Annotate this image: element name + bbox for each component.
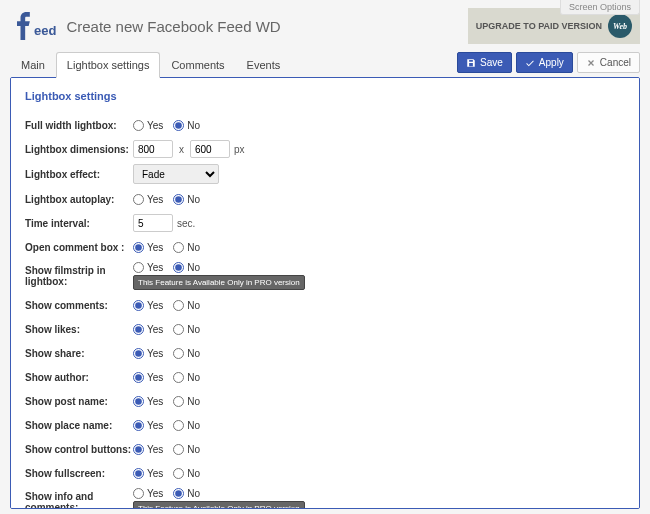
full-width-yes-option[interactable]: Yes (133, 120, 163, 131)
filmstrip-yes-radio[interactable] (133, 262, 144, 273)
autoplay-yes-radio[interactable] (133, 194, 144, 205)
yes-label: Yes (147, 300, 163, 311)
show-comments-no-radio[interactable] (173, 300, 184, 311)
show-control-no-radio[interactable] (173, 444, 184, 455)
control-fullWidth: Yes No (133, 120, 200, 131)
show-post-name-yes-option[interactable]: Yes (133, 396, 163, 407)
show-author-no-radio[interactable] (173, 372, 184, 383)
cancel-button[interactable]: Cancel (577, 52, 640, 73)
open-comment-radio-group: Yes No (133, 242, 200, 253)
height-input[interactable] (190, 140, 230, 158)
show-share-yes-radio[interactable] (133, 348, 144, 359)
no-label: No (187, 396, 200, 407)
show-share-no-radio[interactable] (173, 348, 184, 359)
autoplay-radio-group: Yes No (133, 194, 200, 205)
yes-label: Yes (147, 444, 163, 455)
show-comments-no-option[interactable]: No (173, 300, 200, 311)
show-info-comments-no-option[interactable]: No (173, 488, 200, 499)
width-input[interactable] (133, 140, 173, 158)
label-showFullscreen: Show fullscreen: (25, 468, 133, 479)
autoplay-yes-option[interactable]: Yes (133, 194, 163, 205)
control-showAuthor: Yes No (133, 372, 200, 383)
row-dimensions: Lightbox dimensions: xpx (25, 140, 625, 158)
apply-button[interactable]: Apply (516, 52, 573, 73)
control-showFullscreen: Yes No (133, 468, 200, 479)
show-post-name-no-radio[interactable] (173, 396, 184, 407)
show-share-yes-option[interactable]: Yes (133, 348, 163, 359)
save-icon (466, 58, 476, 68)
show-author-yes-radio[interactable] (133, 372, 144, 383)
filmstrip-no-radio[interactable] (173, 262, 184, 273)
show-comments-yes-radio[interactable] (133, 300, 144, 311)
full-width-yes-radio[interactable] (133, 120, 144, 131)
show-fullscreen-yes-radio[interactable] (133, 468, 144, 479)
sec-unit: sec. (177, 218, 195, 229)
show-info-comments-no-radio[interactable] (173, 488, 184, 499)
no-label: No (187, 324, 200, 335)
show-likes-no-option[interactable]: No (173, 324, 200, 335)
show-fullscreen-no-option[interactable]: No (173, 468, 200, 479)
show-info-comments-yes-radio[interactable] (133, 488, 144, 499)
autoplay-no-option[interactable]: No (173, 194, 200, 205)
show-fullscreen-no-radio[interactable] (173, 468, 184, 479)
show-likes-yes-radio[interactable] (133, 324, 144, 335)
show-control-no-option[interactable]: No (173, 444, 200, 455)
show-share-no-option[interactable]: No (173, 348, 200, 359)
show-place-name-yes-option[interactable]: Yes (133, 420, 163, 431)
show-fullscreen-yes-option[interactable]: Yes (133, 468, 163, 479)
show-likes-no-radio[interactable] (173, 324, 184, 335)
row-showComments: Show comments: Yes No (25, 296, 625, 314)
show-control-yes-option[interactable]: Yes (133, 444, 163, 455)
check-icon (525, 58, 535, 68)
label-fullWidth: Full width lightbox: (25, 120, 133, 131)
row-fullWidth: Full width lightbox: Yes No (25, 116, 625, 134)
show-place-name-no-radio[interactable] (173, 420, 184, 431)
control-showControl: Yes No (133, 444, 200, 455)
label-showAuthor: Show author: (25, 372, 133, 383)
full-width-no-radio[interactable] (173, 120, 184, 131)
row-showInfoComments: Show info and comments: Yes No This Feat… (25, 488, 625, 509)
open-comment-yes-option[interactable]: Yes (133, 242, 163, 253)
tab-events[interactable]: Events (236, 52, 292, 78)
open-comment-yes-radio[interactable] (133, 242, 144, 253)
yes-label: Yes (147, 348, 163, 359)
tab-comments[interactable]: Comments (160, 52, 235, 78)
label-showLikes: Show likes: (25, 324, 133, 335)
px-unit: px (234, 144, 245, 155)
show-author-no-option[interactable]: No (173, 372, 200, 383)
upgrade-label: UPGRADE TO PAID VERSION (476, 21, 602, 31)
show-post-name-yes-radio[interactable] (133, 396, 144, 407)
yes-label: Yes (147, 324, 163, 335)
show-control-yes-radio[interactable] (133, 444, 144, 455)
row-showShare: Show share: Yes No (25, 344, 625, 362)
no-label: No (187, 194, 200, 205)
show-place-name-no-option[interactable]: No (173, 420, 200, 431)
save-button[interactable]: Save (457, 52, 512, 73)
show-author-radio-group: Yes No (133, 372, 200, 383)
show-info-comments-yes-option[interactable]: Yes (133, 488, 163, 499)
effect-select[interactable]: Fade (133, 164, 219, 184)
logo-text: eed (34, 23, 56, 38)
screen-options-tab[interactable]: Screen Options (560, 0, 640, 15)
open-comment-no-radio[interactable] (173, 242, 184, 253)
show-author-yes-option[interactable]: Yes (133, 372, 163, 383)
control-openComment: Yes No (133, 242, 200, 253)
show-likes-yes-option[interactable]: Yes (133, 324, 163, 335)
open-comment-no-option[interactable]: No (173, 242, 200, 253)
filmstrip-no-option[interactable]: No (173, 262, 200, 273)
show-comments-yes-option[interactable]: Yes (133, 300, 163, 311)
web-badge-icon: Web (608, 14, 632, 38)
show-post-name-radio-group: Yes No (133, 396, 200, 407)
full-width-no-option[interactable]: No (173, 120, 200, 131)
control-dimensions: xpx (133, 140, 245, 158)
interval-input[interactable] (133, 214, 173, 232)
tab-lightbox-settings[interactable]: Lightbox settings (56, 52, 161, 78)
filmstrip-yes-option[interactable]: Yes (133, 262, 163, 273)
show-share-radio-group: Yes No (133, 348, 200, 359)
yes-label: Yes (147, 120, 163, 131)
show-place-name-yes-radio[interactable] (133, 420, 144, 431)
tab-main[interactable]: Main (10, 52, 56, 78)
autoplay-no-radio[interactable] (173, 194, 184, 205)
settings-panel: Lightbox settings Full width lightbox: Y… (10, 77, 640, 509)
show-post-name-no-option[interactable]: No (173, 396, 200, 407)
